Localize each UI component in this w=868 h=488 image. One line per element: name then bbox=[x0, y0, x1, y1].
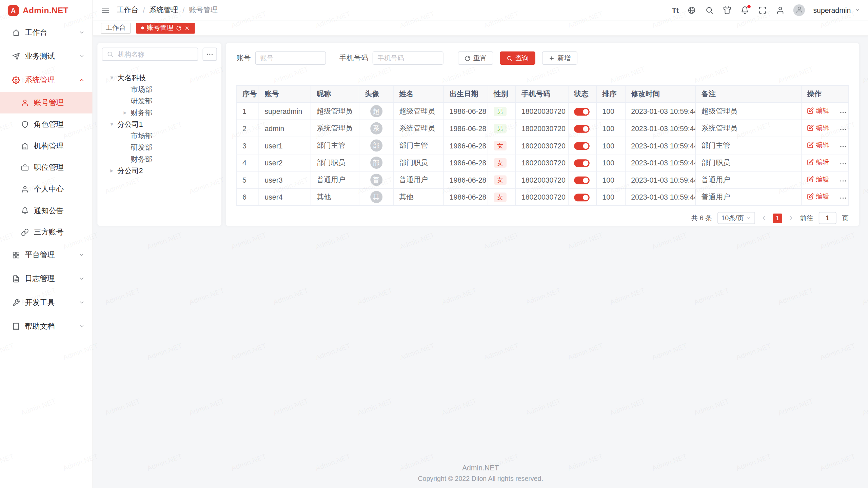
tree-node[interactable]: ▸ 财务部 bbox=[102, 107, 217, 118]
chevron-down-icon bbox=[79, 53, 85, 59]
tree-node[interactable]: 研发部 bbox=[102, 95, 217, 107]
tree-node[interactable]: ▾ 分公司1 bbox=[102, 118, 217, 130]
sidebar-subitem[interactable]: 机构管理 bbox=[0, 135, 93, 157]
font-size-icon[interactable]: Tt bbox=[672, 6, 679, 14]
row-more-button[interactable] bbox=[839, 143, 847, 150]
collapse-menu-icon[interactable] bbox=[101, 5, 110, 15]
edit-button[interactable]: 编辑 bbox=[807, 141, 829, 150]
cell-order: 100 bbox=[596, 154, 625, 171]
tree-node-label: 分公司1 bbox=[117, 119, 143, 129]
tab[interactable]: 工作台 bbox=[101, 22, 131, 34]
row-more-button[interactable] bbox=[839, 177, 847, 185]
sidebar-subitem[interactable]: 职位管理 bbox=[0, 157, 93, 178]
cell-birthdate: 1986-06-28 bbox=[444, 188, 488, 206]
brand[interactable]: A Admin.NET bbox=[0, 0, 93, 20]
notifications-icon[interactable] bbox=[740, 5, 750, 15]
page-size-select[interactable]: 10条/页 bbox=[717, 212, 755, 224]
search-icon[interactable] bbox=[705, 5, 714, 15]
tab-active[interactable]: 账号管理 bbox=[136, 22, 195, 34]
cell-name: 系统管理员 bbox=[393, 120, 444, 137]
cell-order: 100 bbox=[596, 120, 625, 137]
status-toggle[interactable] bbox=[574, 108, 590, 116]
username[interactable]: superadmin bbox=[813, 6, 851, 14]
table-row: 6 user4 其他 其 其他 1986-06-28 女 18020030720… bbox=[237, 188, 848, 206]
tree-node[interactable]: ▸ 分公司2 bbox=[102, 165, 217, 177]
sidebar-subitem[interactable]: 角色管理 bbox=[0, 114, 93, 135]
sidebar-item[interactable]: 业务测试 bbox=[0, 44, 93, 68]
search-button[interactable]: 查询 bbox=[500, 52, 535, 65]
status-toggle[interactable] bbox=[574, 142, 590, 150]
user-icon[interactable] bbox=[775, 5, 785, 15]
cell-gender: 女 bbox=[488, 154, 516, 171]
sidebar-item[interactable]: 开发工具 bbox=[0, 290, 93, 314]
tree-more-button[interactable] bbox=[203, 47, 217, 61]
breadcrumb-item[interactable]: 工作台 bbox=[117, 5, 138, 15]
close-tab-icon[interactable] bbox=[184, 25, 190, 30]
breadcrumb-item[interactable]: 系统管理 bbox=[149, 5, 178, 15]
edit-button[interactable]: 编辑 bbox=[807, 175, 829, 184]
tree-node[interactable]: 研发部 bbox=[102, 142, 217, 153]
column-header: 修改时间 bbox=[625, 85, 695, 103]
edit-button[interactable]: 编辑 bbox=[807, 192, 829, 201]
cell-gender: 女 bbox=[488, 188, 516, 206]
sidebar-item[interactable]: 平台管理 bbox=[0, 243, 93, 267]
globe-icon[interactable] bbox=[687, 5, 696, 15]
gender-badge: 女 bbox=[494, 158, 507, 167]
tree-node[interactable]: 市场部 bbox=[102, 130, 217, 142]
breadcrumb-item[interactable]: 账号管理 bbox=[189, 5, 218, 15]
sidebar-item-label: 日志管理 bbox=[25, 273, 74, 283]
chevron-down-icon[interactable] bbox=[855, 7, 860, 13]
sidebar-subitem[interactable]: 账号管理 bbox=[0, 92, 93, 114]
row-more-button[interactable] bbox=[839, 126, 847, 134]
org-search-input[interactable] bbox=[117, 50, 193, 59]
sidebar-item[interactable]: 帮助文档 bbox=[0, 314, 93, 338]
caret-right-icon[interactable]: ▸ bbox=[122, 109, 129, 116]
sidebar-subitem[interactable]: 个人中心 bbox=[0, 178, 93, 200]
next-page-button[interactable] bbox=[788, 215, 794, 221]
cell-phone: 18020030720 bbox=[516, 188, 568, 206]
sidebar-item[interactable]: 系统管理 bbox=[0, 68, 93, 92]
status-toggle[interactable] bbox=[574, 194, 590, 201]
sidebar-subitem[interactable]: 通知公告 bbox=[0, 200, 93, 221]
phone-input[interactable] bbox=[373, 52, 443, 65]
sidebar-subitem[interactable]: 三方账号 bbox=[0, 221, 93, 243]
tree-node[interactable]: ▾ 大名科技 bbox=[102, 72, 217, 83]
goto-page-input[interactable] bbox=[819, 212, 836, 224]
tree-node[interactable]: 财务部 bbox=[102, 153, 217, 165]
row-more-button[interactable] bbox=[839, 194, 847, 202]
row-more-button[interactable] bbox=[839, 108, 847, 116]
org-search-field[interactable] bbox=[102, 47, 198, 61]
column-header: 排序 bbox=[596, 85, 625, 103]
status-toggle[interactable] bbox=[574, 125, 590, 133]
refresh-tab-icon[interactable] bbox=[176, 25, 181, 30]
cell-actions: 编辑 bbox=[801, 154, 848, 171]
caret-down-icon[interactable]: ▾ bbox=[108, 74, 115, 81]
column-header: 姓名 bbox=[393, 85, 444, 103]
sidebar-item[interactable]: 工作台 bbox=[0, 20, 93, 44]
caret-right-icon[interactable]: ▸ bbox=[108, 167, 115, 174]
plus-icon bbox=[549, 55, 555, 61]
tree-node[interactable]: 市场部 bbox=[102, 84, 217, 95]
theme-icon[interactable] bbox=[723, 5, 732, 15]
status-toggle[interactable] bbox=[574, 159, 590, 167]
account-input[interactable] bbox=[255, 52, 326, 65]
row-more-button[interactable] bbox=[839, 160, 847, 168]
avatar[interactable] bbox=[793, 4, 805, 16]
edit-button[interactable]: 编辑 bbox=[807, 106, 829, 116]
prev-page-button[interactable] bbox=[761, 215, 767, 221]
reset-button[interactable]: 重置 bbox=[458, 52, 493, 65]
fullscreen-icon[interactable] bbox=[758, 5, 767, 15]
edit-button[interactable]: 编辑 bbox=[807, 123, 829, 133]
sidebar-item[interactable]: 日志管理 bbox=[0, 267, 93, 290]
page-number-button[interactable]: 1 bbox=[773, 213, 782, 223]
caret-down-icon[interactable]: ▾ bbox=[108, 121, 115, 128]
edit-button[interactable]: 编辑 bbox=[807, 158, 829, 167]
cell-birthdate: 1986-06-28 bbox=[444, 154, 488, 171]
cell-phone: 18020030720 bbox=[516, 103, 568, 120]
sidebar-subitem-label: 角色管理 bbox=[34, 119, 85, 129]
content-area: ▾ 大名科技 市场部 研发部 ▸ 财务部 ▾ 分公司1 市场部 研发部 财务部 bbox=[93, 36, 868, 488]
column-header: 状态 bbox=[568, 85, 596, 103]
add-button[interactable]: 新增 bbox=[542, 52, 577, 65]
add-button-label: 新增 bbox=[557, 54, 571, 63]
status-toggle[interactable] bbox=[574, 176, 590, 184]
